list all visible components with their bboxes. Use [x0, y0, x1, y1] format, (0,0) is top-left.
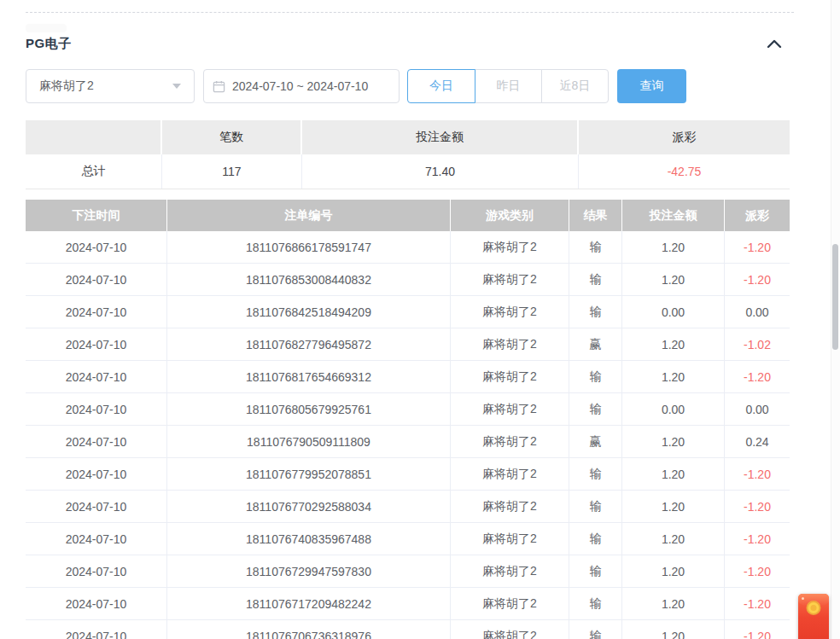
row-bet-id: 1811076805679925761 [167, 393, 451, 425]
row-result: 输 [569, 620, 622, 639]
row-result: 输 [569, 491, 622, 522]
row-bet-id: 1811076770292588034 [167, 491, 451, 522]
table-row: 2024-07-10 1811076740835967488 麻将胡了2 输 1… [26, 523, 790, 555]
today-button[interactable]: 今日 [407, 69, 475, 103]
date-range-value: 2024-07-10 ~ 2024-07-10 [232, 79, 368, 93]
table-row: 2024-07-10 1811076817654669312 麻将胡了2 输 1… [26, 361, 790, 393]
row-bet-time: 2024-07-10 [26, 523, 167, 555]
summary-header-count: 笔数 [162, 120, 302, 154]
row-payout: -1.20 [725, 523, 790, 555]
summary-total-label: 总计 [26, 154, 162, 189]
row-bet-amount: 1.20 [622, 426, 725, 457]
yesterday-button[interactable]: 昨日 [475, 69, 542, 103]
row-bet-amount: 1.20 [622, 328, 725, 360]
summary-header-blank [26, 120, 162, 154]
row-payout: 0.00 [725, 296, 790, 328]
table-row: 2024-07-10 1811076866178591747 麻将胡了2 输 1… [26, 231, 790, 264]
vertical-scrollbar [831, 0, 840, 639]
row-result: 输 [569, 393, 622, 425]
row-payout: 0.24 [725, 426, 790, 457]
row-game-type: 麻将胡了2 [451, 328, 569, 360]
calendar-icon [213, 80, 225, 93]
table-row: 2024-07-10 1811076706736318976 麻将胡了2 输 1… [26, 620, 790, 639]
row-payout: -1.20 [725, 555, 790, 587]
row-bet-id: 1811076817654669312 [167, 361, 451, 392]
page-title: PG电子 [26, 36, 72, 52]
search-button[interactable]: 查询 [617, 69, 686, 103]
quick-date-button-group: 今日 昨日 近8日 [407, 69, 609, 103]
records-table-header: 下注时间 注单编号 游戏类别 结果 投注金额 派彩 [26, 200, 790, 231]
row-bet-id: 1811076779952078851 [167, 458, 451, 490]
row-bet-time: 2024-07-10 [26, 458, 167, 490]
row-payout: -1.20 [725, 491, 790, 522]
date-range-picker[interactable]: 2024-07-10 ~ 2024-07-10 [203, 69, 400, 103]
betting-records-page: PG电子 麻将胡了2 2024-07-10 ~ 2024-07-10 今日 昨日… [0, 0, 840, 639]
summary-header-bet-amount: 投注金额 [302, 120, 579, 154]
row-bet-amount: 1.20 [622, 588, 725, 619]
game-select[interactable]: 麻将胡了2 [26, 69, 195, 103]
row-payout: -1.20 [725, 231, 790, 263]
row-result: 赢 [569, 328, 622, 360]
chevron-down-icon [172, 84, 181, 89]
row-game-type: 麻将胡了2 [451, 426, 569, 457]
records-header-time: 下注时间 [26, 200, 167, 231]
last-8-days-button[interactable]: 近8日 [541, 69, 609, 103]
row-bet-amount: 1.20 [622, 231, 725, 263]
row-game-type: 麻将胡了2 [451, 620, 569, 639]
table-row: 2024-07-10 1811076842518494209 麻将胡了2 输 0… [26, 296, 790, 328]
row-bet-time: 2024-07-10 [26, 296, 167, 328]
collapse-panel-button[interactable] [765, 35, 784, 52]
row-game-type: 麻将胡了2 [451, 264, 569, 295]
scrollbar-thumb[interactable] [832, 244, 838, 350]
row-game-type: 麻将胡了2 [451, 393, 569, 425]
records-header-result: 结果 [569, 200, 622, 231]
row-bet-time: 2024-07-10 [26, 361, 167, 392]
row-payout: 0.00 [725, 393, 790, 425]
row-bet-amount: 0.00 [622, 296, 725, 328]
row-bet-time: 2024-07-10 [26, 393, 167, 425]
row-game-type: 麻将胡了2 [451, 555, 569, 587]
row-result: 输 [569, 231, 622, 263]
row-game-type: 麻将胡了2 [451, 458, 569, 490]
records-header-bet-id: 注单编号 [167, 200, 451, 231]
table-row: 2024-07-10 1811076805679925761 麻将胡了2 输 0… [26, 393, 790, 426]
dashed-separator [26, 12, 794, 13]
table-row: 2024-07-10 1811076717209482242 麻将胡了2 输 1… [26, 588, 790, 620]
row-result: 输 [569, 588, 622, 619]
row-bet-time: 2024-07-10 [26, 555, 167, 587]
table-row: 2024-07-10 1811076853008440832 麻将胡了2 输 1… [26, 264, 790, 296]
row-result: 输 [569, 458, 622, 490]
row-bet-amount: 1.20 [622, 491, 725, 522]
row-result: 输 [569, 264, 622, 295]
records-header-bet-amount: 投注金额 [622, 200, 725, 231]
row-bet-time: 2024-07-10 [26, 328, 167, 360]
table-row: 2024-07-10 1811076827796495872 麻将胡了2 赢 1… [26, 328, 790, 361]
row-payout: -1.20 [725, 588, 790, 619]
row-bet-id: 1811076729947597830 [167, 555, 451, 587]
row-bet-amount: 1.20 [622, 458, 725, 490]
summary-total-count: 117 [162, 154, 302, 189]
records-header-game: 游戏类别 [451, 200, 569, 231]
row-bet-id: 1811076740835967488 [167, 523, 451, 555]
table-row: 2024-07-10 1811076770292588034 麻将胡了2 输 1… [26, 491, 790, 523]
row-payout: -1.02 [725, 328, 790, 360]
row-bet-amount: 1.20 [622, 264, 725, 295]
row-bet-time: 2024-07-10 [26, 426, 167, 457]
row-bet-time: 2024-07-10 [26, 264, 167, 295]
row-bet-amount: 1.20 [622, 620, 725, 639]
red-envelope-promo-icon[interactable] [798, 594, 829, 639]
row-result: 输 [569, 361, 622, 392]
row-bet-id: 1811076866178591747 [167, 231, 451, 263]
row-game-type: 麻将胡了2 [451, 296, 569, 328]
row-bet-id: 1811076706736318976 [167, 620, 451, 639]
decoration-placeholder [26, 24, 67, 32]
row-game-type: 麻将胡了2 [451, 361, 569, 392]
row-bet-id: 1811076790509111809 [167, 426, 451, 457]
row-payout: -1.20 [725, 264, 790, 295]
records-table: 下注时间 注单编号 游戏类别 结果 投注金额 派彩 2024-07-10 181… [26, 200, 790, 639]
summary-total-bet-amount: 71.40 [302, 154, 579, 189]
table-row: 2024-07-10 1811076790509111809 麻将胡了2 赢 1… [26, 426, 790, 458]
row-bet-amount: 1.20 [622, 361, 725, 392]
records-header-payout: 派彩 [725, 200, 790, 231]
summary-table-header: 笔数 投注金额 派彩 [26, 120, 790, 154]
